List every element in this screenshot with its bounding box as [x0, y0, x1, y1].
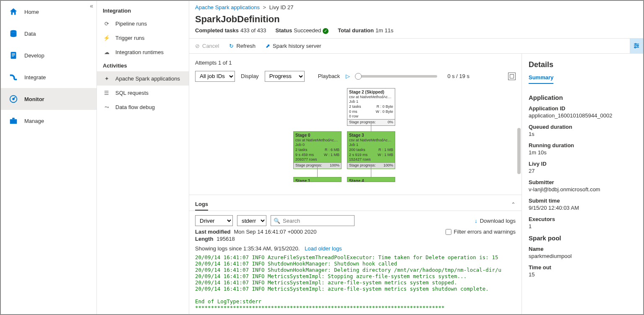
collapse-nav-icon[interactable]: « — [90, 3, 93, 9]
subnav-integration-runtimes[interactable]: ☁Integration runtimes — [97, 45, 189, 59]
log-search-input[interactable] — [283, 218, 353, 224]
nav-home[interactable]: Home — [1, 1, 96, 23]
attempts-label: Attempts 1 of 1 — [189, 54, 521, 69]
pipeline-runs-icon: ⟳ — [103, 20, 110, 27]
spark-icon: ✦ — [103, 75, 110, 82]
display-select[interactable]: Progress — [265, 71, 305, 82]
status-row: Completed tasks433 of 433 StatusSucceede… — [189, 26, 643, 39]
pipeline-icon — [8, 72, 18, 82]
fullscreen-icon[interactable] — [508, 73, 516, 80]
detail-item: Submit time9/15/20 12:40:03 AM — [529, 198, 636, 211]
runtimes-icon: ☁ — [103, 48, 110, 56]
search-icon: 🔍 — [274, 218, 280, 224]
nav-integrate[interactable]: Integrate — [1, 66, 96, 88]
logs-panel: Logs ⌃ Driver stderr 🔍 ↓Download logs — [189, 195, 521, 314]
monitor-subnav: Integration ⟳Pipeline runs ⚡Trigger runs… — [97, 1, 189, 314]
dag-controls: All job IDs Display Progress Playback ▷ … — [189, 69, 521, 86]
log-source-select[interactable]: Driver — [195, 215, 233, 226]
sql-icon: ☰ — [103, 89, 110, 96]
document-icon — [8, 50, 18, 60]
open-icon: ⬈ — [266, 43, 270, 49]
stage-1-box[interactable]: Stage 1 — [293, 177, 342, 182]
gauge-icon — [8, 94, 18, 104]
refresh-button[interactable]: ↻Refresh — [229, 43, 256, 49]
svg-point-12 — [637, 45, 639, 47]
breadcrumb-current: Livy ID 27 — [269, 4, 294, 10]
dataflow-icon: ⤳ — [103, 103, 110, 111]
toolbox-icon — [8, 116, 18, 126]
details-title: Details — [529, 60, 636, 69]
nav-label: Monitor — [24, 96, 44, 102]
toolbar: ⊘Cancel ↻Refresh ⬈Spark history server — [189, 39, 643, 54]
jobids-select[interactable]: All job IDs — [195, 71, 235, 82]
cancel-button: ⊘Cancel — [195, 43, 219, 49]
subnav-dataflow-debug[interactable]: ⤳Data flow debug — [97, 100, 189, 114]
detail-item: Executors1 — [529, 216, 636, 229]
detail-item: Application IDapplication_1600101085944_… — [529, 105, 636, 119]
nav-label: Manage — [24, 118, 44, 124]
detail-item: Time out15 — [529, 264, 636, 278]
trigger-runs-icon: ⚡ — [103, 34, 110, 42]
application-heading: Application — [529, 94, 636, 101]
logs-since-label: Showing logs since 1:35:34 AM, 9/15/2020… — [195, 245, 300, 252]
detail-item: Running duration1m 10s — [529, 142, 636, 156]
nav-label: Integrate — [24, 74, 46, 81]
subnav-trigger-runs[interactable]: ⚡Trigger runs — [97, 31, 189, 45]
subnav-spark-apps[interactable]: ✦Apache Spark applications — [97, 71, 189, 86]
page-title: SparkJobDefinition — [189, 10, 643, 26]
nav-develop[interactable]: Develop — [1, 44, 96, 66]
svg-point-0 — [10, 30, 17, 33]
main-panel: Apache Spark applications > Livy ID 27 S… — [189, 1, 643, 314]
svg-point-14 — [635, 47, 636, 48]
dag-scrollbar[interactable] — [517, 128, 521, 174]
summary-tab[interactable]: Summary — [529, 74, 553, 84]
subnav-heading-activities: Activities — [97, 59, 189, 71]
nav-label: Data — [24, 31, 36, 37]
detail-item: Queued duration1s — [529, 124, 636, 137]
log-search[interactable]: 🔍 — [271, 215, 355, 226]
breadcrumb: Apache Spark applications > Livy ID 27 — [189, 1, 643, 10]
svg-rect-1 — [11, 52, 16, 59]
playback-time: 0 s / 19 s — [447, 73, 469, 79]
logs-tab[interactable]: Logs — [195, 198, 208, 211]
nav-manage[interactable]: Manage — [1, 110, 96, 132]
svg-rect-4 — [12, 56, 14, 56]
nav-label: Develop — [24, 52, 44, 59]
cancel-icon: ⊘ — [195, 43, 200, 49]
nav-monitor[interactable]: Monitor — [1, 88, 96, 110]
filter-errors-checkbox[interactable]: Filter errors and warnings — [446, 229, 516, 235]
home-icon — [8, 7, 18, 17]
svg-point-10 — [635, 44, 636, 45]
svg-rect-8 — [12, 118, 15, 120]
sparkpool-heading: Spark pool — [529, 234, 636, 242]
download-logs-button[interactable]: ↓Download logs — [475, 218, 516, 224]
subnav-pipeline-runs[interactable]: ⟳Pipeline runs — [97, 16, 189, 31]
collapse-logs-icon[interactable]: ⌃ — [511, 201, 516, 208]
playback-slider[interactable] — [357, 75, 437, 78]
nav-data[interactable]: Data — [1, 23, 96, 44]
dag-view[interactable]: Stage 2 (Skipped) csv at NativeMethodAcc… — [189, 86, 521, 195]
database-icon — [8, 29, 18, 39]
details-panel: Details Summary Application Application … — [521, 54, 643, 315]
svg-rect-3 — [12, 55, 15, 55]
stage-0-box[interactable]: Stage 0 csv at NativeMethodAccessor... J… — [293, 131, 342, 169]
subnav-sql-requests[interactable]: ☰SQL requests — [97, 86, 189, 100]
detail-item: Submitterv-lanjl@bdbj.onmicrosoft.com — [529, 179, 636, 193]
display-label: Display — [241, 73, 259, 79]
filter-panel-button[interactable] — [630, 39, 643, 53]
load-older-logs[interactable]: Load older logs — [305, 245, 342, 252]
stage-3-box[interactable]: Stage 3 csv at NativeMethodAccessor... J… — [347, 131, 395, 169]
left-nav: « Home Data Develop Integrate Monitor Ma… — [1, 1, 97, 314]
stage-2-box[interactable]: Stage 2 (Skipped) csv at NativeMethodAcc… — [347, 88, 395, 126]
success-icon: ✓ — [323, 28, 329, 34]
breadcrumb-parent[interactable]: Apache Spark applications — [195, 4, 260, 10]
history-server-button[interactable]: ⬈Spark history server — [266, 43, 321, 49]
playback-label: Playback — [318, 73, 340, 79]
download-icon: ↓ — [475, 218, 477, 224]
stage-4-box[interactable]: Stage 4 — [347, 177, 395, 182]
play-icon[interactable]: ▷ — [346, 73, 350, 79]
subnav-heading-integration: Integration — [97, 4, 189, 16]
detail-item: Livy ID27 — [529, 161, 636, 174]
log-stream-select[interactable]: stderr — [237, 215, 266, 226]
svg-rect-7 — [10, 119, 17, 124]
